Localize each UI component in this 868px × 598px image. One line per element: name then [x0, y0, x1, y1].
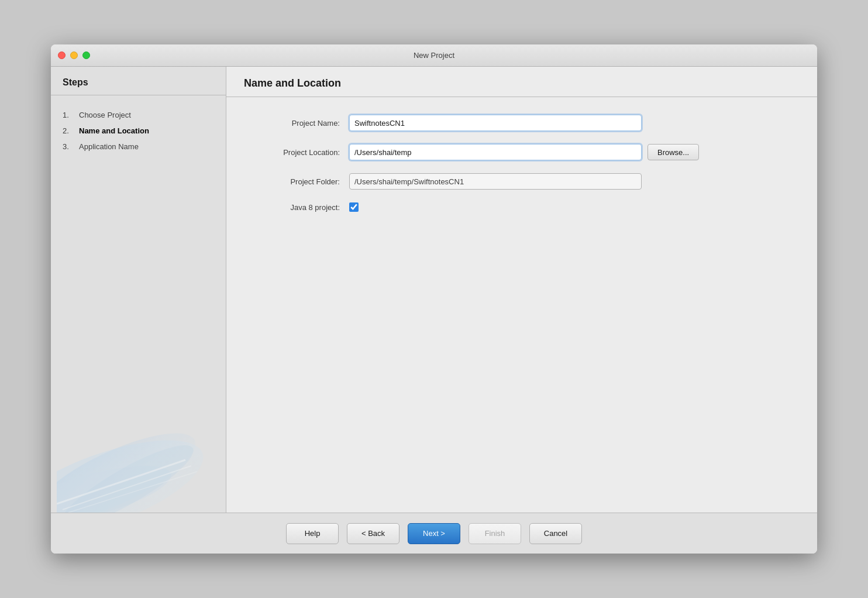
- project-location-row: Project Location: Browse...: [250, 144, 794, 160]
- maximize-button[interactable]: [82, 51, 90, 59]
- project-name-input[interactable]: [349, 115, 642, 131]
- project-location-label: Project Location:: [250, 148, 349, 157]
- step-label-1: Choose Project: [79, 111, 131, 119]
- sidebar-decorative-area: [51, 166, 226, 513]
- step-label-2: Name and Location: [79, 126, 149, 135]
- minimize-button[interactable]: [70, 51, 78, 59]
- title-bar: New Project: [51, 44, 817, 67]
- sidebar: Steps 1. Choose Project 2. Name and Loca…: [51, 67, 226, 513]
- help-button[interactable]: Help: [286, 523, 339, 544]
- java8-row: Java 8 project:: [250, 202, 794, 212]
- browse-button[interactable]: Browse...: [647, 144, 699, 160]
- java8-checkbox[interactable]: [349, 202, 359, 212]
- steps-heading: Steps: [63, 77, 88, 87]
- project-location-input[interactable]: [349, 144, 642, 160]
- step-label-3: Application Name: [79, 142, 139, 151]
- steps-list: 1. Choose Project 2. Name and Location 3…: [51, 95, 226, 166]
- project-folder-input[interactable]: [349, 173, 642, 190]
- panel-title: Name and Location: [244, 77, 341, 89]
- panel-body: Project Name: Project Location: Browse..…: [226, 97, 817, 513]
- project-name-row: Project Name:: [250, 115, 794, 131]
- sidebar-header: Steps: [51, 67, 226, 95]
- project-folder-label: Project Folder:: [250, 177, 349, 186]
- java8-checkbox-wrapper: [349, 202, 359, 212]
- step-item-2: 2. Name and Location: [63, 123, 214, 139]
- next-button[interactable]: Next >: [408, 523, 460, 544]
- close-button[interactable]: [58, 51, 66, 59]
- back-button[interactable]: < Back: [347, 523, 399, 544]
- java8-label: Java 8 project:: [250, 203, 349, 212]
- decorative-image: [57, 396, 221, 513]
- project-name-label: Project Name:: [250, 119, 349, 128]
- window-title: New Project: [414, 51, 454, 60]
- project-folder-row: Project Folder:: [250, 173, 794, 190]
- step-number-3: 3.: [63, 142, 79, 151]
- step-number-1: 1.: [63, 111, 79, 119]
- step-item-3: 3. Application Name: [63, 139, 214, 154]
- footer: Help < Back Next > Finish Cancel: [51, 513, 817, 554]
- new-project-window: New Project Steps 1. Choose Project 2. N…: [51, 44, 817, 554]
- traffic-lights: [58, 51, 90, 59]
- step-item-1: 1. Choose Project: [63, 107, 214, 123]
- main-content: Steps 1. Choose Project 2. Name and Loca…: [51, 67, 817, 513]
- cancel-button[interactable]: Cancel: [529, 523, 582, 544]
- step-number-2: 2.: [63, 126, 79, 135]
- right-panel: Name and Location Project Name: Project …: [226, 67, 817, 513]
- panel-header: Name and Location: [226, 67, 817, 97]
- finish-button: Finish: [469, 523, 521, 544]
